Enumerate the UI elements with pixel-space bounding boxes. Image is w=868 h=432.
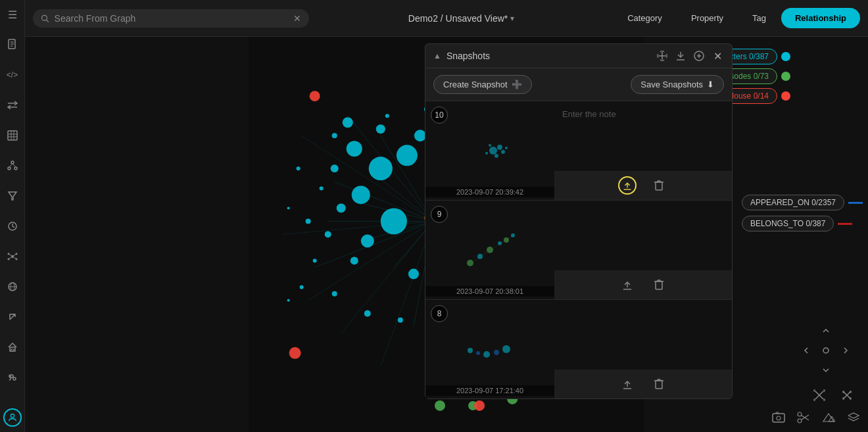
globe-icon[interactable] [3,277,22,296]
svg-point-116 [435,400,445,411]
create-snapshot-icon: ➕ [512,80,522,89]
snapshot-content-8 [554,300,732,398]
snapshot-thumbnail-graph-8 [450,316,529,382]
snapshot-note-10[interactable] [554,101,732,171]
snapshot-delete-btn-9[interactable] [650,276,668,294]
snapshots-panel: ▲ Snapshots [425,43,733,399]
search-box[interactable]: ✕ [33,9,309,28]
snapshots-header-icons: ✕ [656,49,724,62]
legend-belongs-to: BELONGS_TO 0/387 [742,216,863,231]
legend-belongs-to-line [838,223,852,225]
legend-belongs-to-label[interactable]: BELONGS_TO 0/387 [742,216,834,231]
snapshot-thumb-8[interactable]: 8 2023-09-07 17:2 [425,300,554,398]
svg-point-102 [300,285,304,289]
table-icon[interactable] [3,126,22,145]
command-icon[interactable] [3,368,22,387]
snapshot-upload-btn-10[interactable] [618,176,637,195]
export-icon[interactable] [3,308,22,326]
document-icon[interactable] [3,36,22,54]
snapshot-row-10: 10 [425,101,732,200]
snapshot-upload-btn-8[interactable] [618,375,637,393]
snapshots-close-icon[interactable]: ✕ [711,49,724,62]
code-icon[interactable]: </> [3,66,22,84]
snapshots-title: Snapshots [446,51,650,61]
snapshots-list: 10 [425,101,732,398]
svg-line-186 [819,395,823,399]
snapshots-download-icon[interactable] [674,49,687,62]
screenshot-icon[interactable] [769,408,788,427]
svg-point-88 [364,310,371,317]
tab-category[interactable]: Category [614,8,676,28]
nav-center-dot[interactable] [817,341,835,360]
svg-rect-32 [11,349,14,351]
svg-point-12 [8,167,11,170]
legend-appeared-on-label[interactable]: APPEARED_ON 0/2357 [742,195,844,210]
network-icon[interactable] [3,247,22,266]
svg-point-63 [369,156,393,180]
home-icon[interactable] [3,338,22,356]
snapshots-move-icon[interactable] [656,49,669,62]
svg-point-85 [306,218,311,224]
snapshot-delete-btn-10[interactable] [650,176,668,195]
svg-point-173 [483,351,490,358]
search-clear-icon[interactable]: ✕ [293,13,301,24]
nav-arrow-left[interactable] [797,341,815,360]
svg-rect-152 [656,182,662,190]
search-input[interactable] [55,13,288,24]
snapshots-collapse-icon[interactable]: ▲ [433,51,441,60]
save-snapshots-label: Save Snapshots [640,80,703,89]
nav-arrow-right[interactable] [836,341,855,360]
svg-line-23 [9,254,12,256]
svg-point-33 [11,414,14,418]
transfer-icon[interactable] [3,96,22,114]
tab-tag[interactable]: Tag [738,8,780,28]
svg-rect-178 [656,381,662,389]
svg-point-121 [310,91,320,101]
legend-appeared-on-line [848,202,863,204]
svg-point-69 [343,117,353,128]
snapshot-delete-btn-8[interactable] [650,375,668,393]
svg-point-65 [397,145,418,166]
bottom-tools [769,408,863,427]
nav-arrow-up[interactable] [817,322,835,340]
gather-icon[interactable] [838,386,856,404]
create-snapshot-button[interactable]: Create Snapshot ➕ [433,75,532,94]
snapshot-thumb-9[interactable]: 9 [425,201,554,299]
snapshots-header: ▲ Snapshots [425,44,732,68]
filter-icon[interactable] [3,187,22,205]
nav-arrow-down[interactable] [817,361,835,379]
layers-icon[interactable] [844,408,863,427]
snapshot-row-8: 8 2023-09-07 17:2 [425,299,732,398]
snapshot-thumb-10[interactable]: 10 [425,101,554,200]
tab-property[interactable]: Property [677,8,737,28]
svg-rect-170 [450,316,529,382]
snapshot-actions-8 [554,370,732,398]
snapshot-row-9: 9 [425,200,732,299]
breadcrumb-chevron-icon[interactable]: ▾ [510,14,514,23]
snapshot-actions-9 [554,270,732,299]
svg-point-158 [477,254,483,259]
svg-point-70 [376,124,385,133]
save-snapshots-button[interactable]: Save Snapshots ⬇ [631,75,724,94]
svg-rect-166 [656,281,662,289]
user-icon[interactable] [3,408,22,427]
svg-point-101 [287,206,290,209]
snapshot-content-10 [554,101,732,200]
graph-area[interactable]: ▲ Snapshots [25,37,868,432]
scatter-out-icon[interactable] [810,386,829,404]
snapshots-toolbar: Create Snapshot ➕ Save Snapshots ⬇ [425,68,732,101]
svg-point-13 [14,167,17,170]
snapshot-thumbnail-graph-9 [450,217,529,283]
hierarchy-icon[interactable] [3,156,22,175]
scissors-icon[interactable] [794,408,813,427]
svg-line-190 [847,395,851,399]
menu-icon[interactable]: ☰ [3,5,22,24]
snapshots-add-icon[interactable] [692,49,706,62]
history-icon[interactable] [3,217,22,235]
snapshot-upload-btn-9[interactable] [618,276,637,294]
svg-point-75 [350,257,358,265]
mountain-icon[interactable] [819,408,838,427]
svg-line-185 [815,395,819,399]
tab-relationship[interactable]: Relationship [781,8,860,28]
snapshot-timestamp-10: 2023-09-07 20:39:42 [425,187,554,197]
